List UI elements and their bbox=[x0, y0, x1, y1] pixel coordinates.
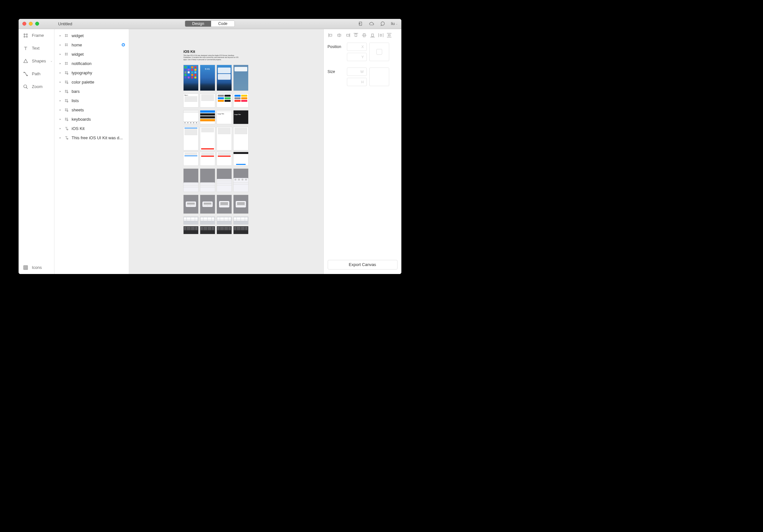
artboard-colors-1[interactable] bbox=[217, 94, 232, 107]
artboard-keyboard-dark-3[interactable] bbox=[217, 226, 232, 234]
distribute-h-button[interactable] bbox=[378, 32, 384, 38]
artboard-keyboard-light-4[interactable] bbox=[234, 217, 248, 224]
artboard-alert-4[interactable] bbox=[234, 195, 248, 214]
tab-code[interactable]: Code bbox=[211, 21, 235, 27]
artboard-list-4[interactable] bbox=[234, 127, 248, 150]
layer-row[interactable]: ▸typography bbox=[54, 68, 129, 77]
artboard-bars-2[interactable] bbox=[200, 111, 215, 124]
artboard-alert-3[interactable] bbox=[217, 195, 232, 214]
chevron-down-icon: ⌵ bbox=[51, 59, 52, 62]
layer-row[interactable]: ▸bars bbox=[54, 87, 129, 96]
disclosure-triangle-icon[interactable]: ▸ bbox=[59, 62, 62, 65]
artboard-keyboard-dark-4[interactable] bbox=[234, 226, 248, 234]
tool-path[interactable]: Path bbox=[19, 67, 54, 80]
disclosure-triangle-icon[interactable]: ▸ bbox=[59, 34, 62, 37]
tab-design[interactable]: Design bbox=[185, 21, 211, 27]
window-close-button[interactable] bbox=[22, 22, 26, 26]
artboard-alert-1[interactable] bbox=[183, 195, 198, 214]
artboard-typography-2[interactable] bbox=[200, 94, 215, 107]
frame-layer-icon bbox=[64, 80, 68, 84]
artboard-keyboard-dark-1[interactable] bbox=[183, 226, 198, 234]
position-x-input[interactable]: X bbox=[347, 43, 367, 51]
disclosure-triangle-icon[interactable]: ▸ bbox=[59, 136, 62, 139]
artboard-keyboard-light-1[interactable] bbox=[183, 217, 198, 224]
tool-shapes[interactable]: Shapes ⌵ bbox=[19, 55, 54, 67]
disclosure-triangle-icon[interactable]: ▸ bbox=[59, 99, 62, 102]
artboard-list-8[interactable] bbox=[234, 152, 248, 165]
align-center-h-button[interactable] bbox=[336, 32, 342, 38]
chat-icon[interactable] bbox=[380, 21, 385, 26]
window-minimize-button[interactable] bbox=[29, 22, 33, 26]
layer-row[interactable]: ▸iOS Kit bbox=[54, 124, 129, 133]
tool-text[interactable]: Text bbox=[19, 42, 54, 55]
align-center-v-button[interactable] bbox=[361, 32, 368, 38]
tool-sidebar: Frame Text Shapes ⌵ Path Zoom bbox=[19, 29, 54, 274]
artboard-list-1[interactable] bbox=[183, 127, 198, 150]
user-menu[interactable]: liu ⌵ bbox=[391, 22, 397, 26]
canvas[interactable]: iOS Kit This free iOS UI Kit was designe… bbox=[129, 29, 324, 274]
artboard-row-alerts bbox=[183, 195, 321, 214]
export-canvas-button[interactable]: Export Canvas bbox=[328, 260, 397, 270]
align-left-button[interactable] bbox=[328, 32, 334, 38]
size-w-input[interactable]: W bbox=[347, 67, 367, 76]
layer-row[interactable]: ▸widget bbox=[54, 49, 129, 59]
artboard-bars-large-title-dark[interactable]: Large Title bbox=[234, 111, 248, 124]
distribute-v-button[interactable] bbox=[386, 32, 392, 38]
tool-icons[interactable]: Icons bbox=[19, 261, 54, 274]
size-h-input[interactable]: H bbox=[347, 78, 367, 86]
layer-row[interactable]: ▸This free iOS UI Kit was d... bbox=[54, 133, 129, 142]
artboard-colors-2[interactable] bbox=[234, 94, 248, 107]
tool-frame[interactable]: Frame bbox=[19, 29, 54, 42]
import-icon[interactable] bbox=[358, 21, 363, 26]
artboard-lockscreen[interactable]: 9:41 bbox=[200, 65, 215, 91]
layer-row[interactable]: ▸widget bbox=[54, 31, 129, 40]
position-origin-widget[interactable] bbox=[369, 43, 389, 61]
layer-row[interactable]: ▸sheets bbox=[54, 105, 129, 115]
artboard-list-2[interactable] bbox=[200, 127, 215, 150]
layer-row[interactable]: ▸keyboards bbox=[54, 115, 129, 124]
disclosure-triangle-icon[interactable]: ▸ bbox=[59, 71, 62, 74]
text-layer-icon bbox=[64, 135, 68, 140]
artboard-sheet-2[interactable] bbox=[200, 169, 215, 192]
align-top-button[interactable] bbox=[353, 32, 359, 38]
artboard-keyboard-dark-2[interactable] bbox=[200, 226, 215, 234]
frame-layer-icon bbox=[64, 61, 68, 66]
artboard-bars-1[interactable] bbox=[183, 111, 198, 124]
artboard-sheet-1[interactable] bbox=[183, 169, 198, 192]
tool-zoom[interactable]: Zoom bbox=[19, 80, 54, 93]
cloud-icon[interactable] bbox=[369, 21, 374, 26]
align-bottom-button[interactable] bbox=[369, 32, 376, 38]
artboard-list-7[interactable] bbox=[217, 152, 232, 165]
artboard-widget[interactable] bbox=[217, 65, 232, 91]
position-y-input[interactable]: Y bbox=[347, 53, 367, 61]
disclosure-triangle-icon[interactable]: ▸ bbox=[59, 52, 62, 56]
artboard-sheet-4[interactable] bbox=[234, 169, 248, 192]
zoom-icon bbox=[23, 84, 28, 89]
artboard-sheet-3[interactable] bbox=[217, 169, 232, 192]
artboard-typography[interactable]: Title 1 bbox=[183, 94, 198, 107]
artboard-list-3[interactable] bbox=[217, 127, 232, 150]
layer-label: bars bbox=[72, 89, 80, 94]
artboard-alert-2[interactable] bbox=[200, 195, 215, 214]
artboard-keyboard-light-2[interactable] bbox=[200, 217, 215, 224]
artboard-bars-large-title-light[interactable]: Large Title bbox=[217, 111, 232, 124]
disclosure-triangle-icon[interactable]: ▸ bbox=[59, 118, 62, 121]
window-maximize-button[interactable] bbox=[35, 22, 39, 26]
artboard-list-6[interactable] bbox=[200, 152, 215, 165]
artboard-keyboard-light-3[interactable] bbox=[217, 217, 232, 224]
layer-row[interactable]: ▸notification bbox=[54, 59, 129, 68]
disclosure-triangle-icon[interactable]: ▸ bbox=[59, 80, 62, 84]
disclosure-triangle-icon[interactable]: ▸ bbox=[59, 90, 62, 93]
layer-row[interactable]: ▸color palette bbox=[54, 77, 129, 87]
layer-row[interactable]: ▸lists bbox=[54, 96, 129, 105]
align-right-button[interactable] bbox=[344, 32, 351, 38]
artboard-notification[interactable] bbox=[234, 65, 248, 91]
disclosure-triangle-icon[interactable]: ▸ bbox=[59, 43, 62, 46]
artboard-home[interactable] bbox=[183, 65, 198, 91]
size-constraint-widget[interactable] bbox=[369, 67, 389, 86]
layer-row[interactable]: ▸home bbox=[54, 40, 129, 49]
app-window: Untitled Design Code liu ⌵ Frame Text bbox=[19, 19, 401, 274]
disclosure-triangle-icon[interactable]: ▸ bbox=[59, 108, 62, 111]
artboard-list-5[interactable] bbox=[183, 152, 198, 165]
disclosure-triangle-icon[interactable]: ▸ bbox=[59, 127, 62, 130]
